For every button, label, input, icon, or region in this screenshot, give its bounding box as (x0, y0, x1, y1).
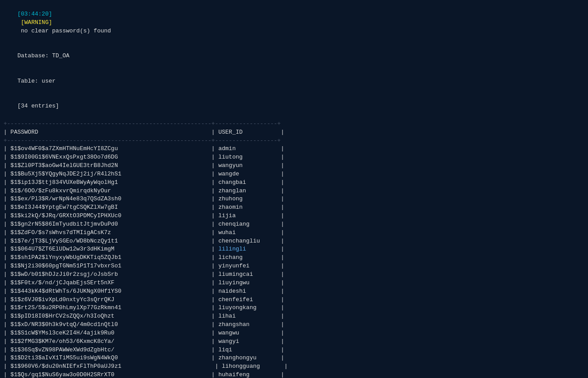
table-row: | $1$xD/NR3$0h3k9vtqQ/4m0cd1nQtl0 | zhan… (4, 321, 584, 329)
table-row: | $1$D2ti3$aIvX1TiMS5ui9sWgN4WkQ0 | zhan… (4, 354, 584, 362)
table-row: | $1$eI3J44$YptgEw7tgCSQKZlXw7gBI | zhao… (4, 203, 584, 212)
table-row: | $1$pID18I0$HrCV2sZQQx/h3IoQhzt | lihai… (4, 312, 584, 321)
table-row: | $1$wD/b01$hDJzJi0r2zsgj/oJsbSrb | lium… (4, 271, 584, 279)
entries-line: [34 entries] (4, 94, 584, 119)
table-row: | $1$Zl0PT3$aoGw4IelGUE3trB8Jhd2N | wang… (4, 162, 584, 170)
table-row: | $1$Nj2i30$60pgTGNm51P1T17vbxrSo1 | yin… (4, 262, 584, 271)
table-row: | $1$ex/Pl3$R/wrNpN4e83q7QSdZA3sh0 | zhu… (4, 195, 584, 203)
table-row: | $1$ZdFO/$s7sWhvs7dTMIigACsK7z | wuhai … (4, 229, 584, 237)
table-border-top: +---------------------------------------… (4, 120, 584, 128)
table-row: | $1$z6VJ0$ivXpLd0nxtyYc3sQrrQKJ | chenf… (4, 296, 584, 304)
level-warning-1: [WARNING] (17, 19, 52, 26)
table-row: | $1$rt2S/5$u2RP0hLmylXp77GzRkmn41 | liu… (4, 304, 584, 312)
table-header: | PASSWORD | USER_ID | (4, 128, 584, 137)
table-row: | $1$064U7$ZT6ElUDw12w3r3dHKimgM | lilin… (4, 245, 584, 254)
table-row: | $1$ov4WF0$a7ZXmHTHNuEmHcYI8ZCgu | admi… (4, 145, 584, 153)
table-row: | $1$36Sq$vZN98PAWWeXWd9dZgbHtc/ | liqi … (4, 346, 584, 354)
table-row: | $1$ip13J$ttj834VUXeBWyAyWqolHg1 | chan… (4, 179, 584, 187)
data-table: +---------------------------------------… (4, 120, 584, 378)
terminal: [03:44:20] [WARNING] no clear password(s… (0, 0, 588, 378)
table-row: | $1$S1cW$YMsl3ceK2I4H/4ajik9Ru0 | wangw… (4, 329, 584, 338)
table-row: | $1$7e/jT3$LjVySGEo/WD8bNczQy1t1 | chen… (4, 237, 584, 246)
table-row: | $1$9I00G1$6VNExxQsPxgt38Oo7d6DG | liut… (4, 153, 584, 162)
table-row: | $1$960V6/$du20nNIEfxFlThP0aUJ9z1 | lih… (4, 362, 584, 371)
table-row: | $1$/6OO/$zFu8kxvrQmirqdkNyOur | zhangl… (4, 187, 584, 195)
table-row: | $1$Bu5Xj5$YQgyNqJDE2j2ij/R4l2hS1 | wan… (4, 170, 584, 179)
db-line: Database: TD_OA (4, 44, 584, 69)
table-line: Table: user (4, 69, 584, 94)
table-row: | $1$sh1PA2$lYnyxyWbUgDKKTiq5ZQJb1 | lic… (4, 254, 584, 262)
table-row: | $1$443kK4$dRtWhTs/6JUKNgX0Hf1YS0 | nai… (4, 287, 584, 296)
table-row: | $1$2fMG3$KM7e/oh53/6KxmcK8cYa/ | wangy… (4, 338, 584, 346)
top-line-1: [03:44:20] [WARNING] no clear password(s… (4, 2, 584, 44)
table-row: | $1$gn2rN5$86ImTyudbitJtjmvDuPd0 | chen… (4, 220, 584, 229)
table-row: | $1$ki2kQ/$JRq/GRXtO3PDMCyIPHXUc0 | lij… (4, 212, 584, 220)
table-header-border: +---------------------------------------… (4, 137, 584, 145)
table-row: | $1$F0tx/$/nd/jCJqabEjsSErt5nXF | liuyi… (4, 279, 584, 287)
timestamp-1: [03:44:20] (17, 11, 52, 17)
table-row: | $1$Qs/gq1$NuS6yaw3o0D0H2SRrXT0 | huhai… (4, 371, 584, 378)
